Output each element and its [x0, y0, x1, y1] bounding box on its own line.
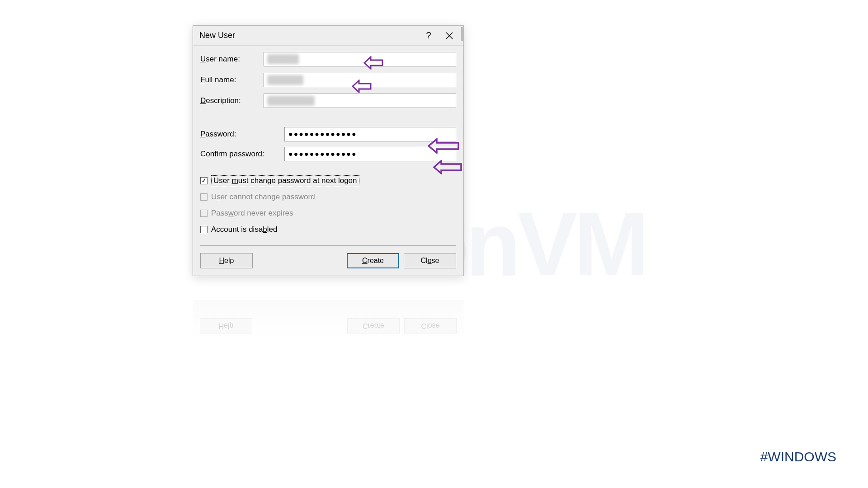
close-button[interactable]: Close [404, 253, 456, 268]
fullname-row: Full name: [200, 73, 456, 87]
cannot-change-checkbox [200, 193, 208, 201]
fullname-label: Full name: [200, 75, 264, 84]
button-row: Help Create Close [200, 253, 456, 268]
account-disabled-checkbox[interactable] [200, 226, 208, 233]
description-row: Description: [200, 94, 456, 108]
confirm-password-input[interactable]: ●●●●●●●●●●●●● [284, 147, 456, 161]
dialog-body: User name: Full name: Description: Passw… [193, 46, 463, 276]
cannot-change-row: User cannot change password [200, 191, 456, 203]
description-blurred-value [267, 96, 315, 106]
dialog-title: New User [199, 31, 418, 40]
never-expires-checkbox [200, 210, 208, 217]
must-change-checkbox[interactable] [200, 177, 208, 184]
username-row: User name: [200, 52, 456, 66]
must-change-label: User must change password at next logon [211, 175, 359, 186]
create-button[interactable]: Create [347, 253, 399, 268]
never-expires-row: Password never expires [200, 207, 456, 219]
description-label: Description: [200, 96, 264, 105]
titlebar: New User ? [193, 26, 463, 46]
close-icon[interactable] [439, 27, 460, 44]
password-row: Password: ●●●●●●●●●●●●● [200, 127, 456, 141]
help-button-reflection: Help [200, 318, 252, 333]
confirm-password-label: Confirm password: [200, 150, 284, 159]
hashtag-label: #WINDOWS [760, 449, 836, 465]
username-label: User name: [200, 55, 264, 64]
account-disabled-label: Account is disabled [211, 225, 278, 234]
create-button-reflection: Create [347, 318, 400, 333]
help-button[interactable]: Help [200, 253, 253, 268]
close-button-reflection: Close [404, 318, 457, 333]
fullname-blurred-value [267, 75, 303, 85]
never-expires-label: Password never expires [211, 209, 293, 218]
password-input[interactable]: ●●●●●●●●●●●●● [284, 127, 456, 141]
new-user-dialog: New User ? User name: Full name: Descrip… [193, 25, 464, 276]
account-disabled-row[interactable]: Account is disabled [200, 224, 456, 235]
password-label: Password: [200, 130, 284, 139]
must-change-row[interactable]: User must change password at next logon [200, 175, 456, 187]
scrollbar-stub [461, 27, 464, 41]
help-icon[interactable]: ? [418, 27, 439, 44]
divider [200, 245, 456, 246]
reflection: Help Create Close [193, 300, 464, 341]
confirm-password-row: Confirm password: ●●●●●●●●●●●●● [200, 147, 456, 161]
username-blurred-value [267, 54, 299, 64]
cannot-change-label: User cannot change password [211, 192, 315, 202]
